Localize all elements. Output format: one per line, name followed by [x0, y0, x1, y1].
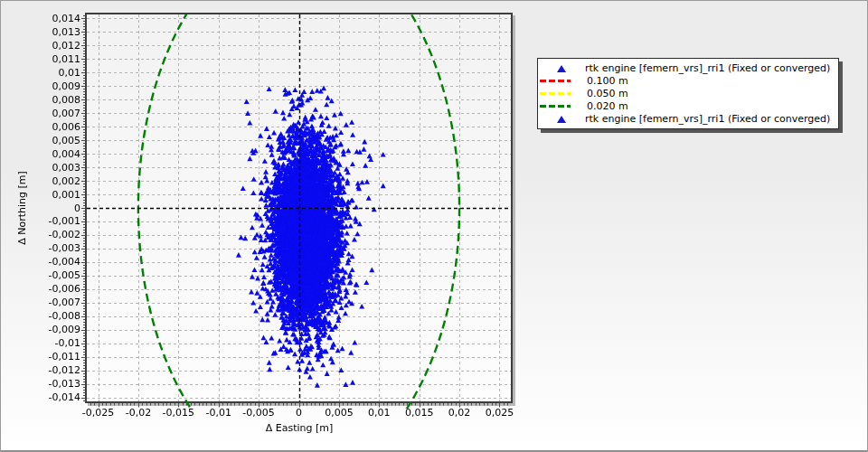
legend-item: rtk engine [femern_vrs]_rri1 (Fixed or c…: [538, 113, 830, 125]
triangle-marker-icon: [557, 65, 566, 72]
y-tick-label: 0,002: [1, 175, 80, 187]
x-tick-label: 0,025: [470, 407, 528, 419]
y-tick-label: 0,011: [1, 53, 80, 65]
y-tick-label: -0,005: [1, 269, 80, 281]
y-tick-label: -0,012: [1, 364, 80, 376]
y-tick-label: -0,003: [1, 242, 80, 254]
legend-marker: [538, 65, 585, 72]
y-tick-label: 0,005: [1, 135, 80, 146]
dashed-line-icon: [540, 92, 571, 95]
dashed-line-icon: [540, 80, 571, 82]
y-tick-label: 0,01: [1, 67, 80, 79]
y-tick-label: -0,001: [1, 215, 80, 227]
y-tick-label: 0: [1, 202, 80, 214]
chart-panel: 0,0140,0130,0120,0110,010,0090,0080,0070…: [0, 0, 868, 452]
y-tick-label: 0,013: [1, 26, 80, 38]
y-tick-label: -0,009: [1, 324, 80, 335]
legend-item: 0.100 m: [538, 75, 830, 87]
legend-item: rtk engine [femern_vrs]_rri1 (Fixed or c…: [538, 62, 830, 74]
y-tick-label: 0,009: [1, 80, 80, 92]
x-axis-title: Δ Easting [m]: [231, 422, 367, 434]
legend-label: 0.050 m: [587, 88, 628, 99]
y-tick-label: 0,008: [1, 94, 80, 106]
y-tick-label: 0,003: [1, 162, 80, 174]
y-tick-label: 0,007: [1, 108, 80, 119]
legend-item: 0.020 m: [538, 100, 830, 112]
y-tick-label: -0,01: [1, 337, 80, 349]
y-tick-label: -0,006: [1, 283, 80, 295]
legend-label: 0.020 m: [587, 100, 628, 112]
y-tick-label: -0,014: [1, 391, 80, 403]
legend-label: rtk engine [femern_vrs]_rri1 (Fixed or c…: [585, 62, 830, 74]
dashed-line-icon: [540, 105, 571, 108]
y-axis-title: Δ Northing [m]: [16, 145, 29, 271]
legend-label: 0.100 m: [587, 75, 628, 87]
y-tick-label: -0,011: [1, 351, 80, 363]
y-tick-label: -0,002: [1, 229, 80, 240]
legend-marker: [538, 92, 587, 95]
y-tick-label: -0,013: [1, 378, 80, 390]
y-tick-label: 0,012: [1, 40, 80, 52]
y-tick-label: 0,014: [1, 13, 80, 24]
legend-marker: [538, 116, 585, 123]
y-tick-label: 0,001: [1, 189, 80, 201]
y-tick-label: -0,008: [1, 310, 80, 322]
y-tick-label: -0,007: [1, 297, 80, 308]
legend-marker: [538, 80, 587, 82]
y-tick-label: -0,004: [1, 256, 80, 268]
y-tick-label: 0,006: [1, 121, 80, 133]
plot-canvas[interactable]: [80, 14, 511, 409]
legend-marker: [538, 105, 587, 108]
triangle-marker-icon: [557, 116, 566, 123]
legend-box: rtk engine [femern_vrs]_rri1 (Fixed or c…: [537, 58, 839, 129]
legend-item: 0.050 m: [538, 88, 830, 99]
y-tick-label: 0,004: [1, 148, 80, 160]
legend-label: rtk engine [femern_vrs]_rri1 (Fixed or c…: [585, 113, 830, 125]
